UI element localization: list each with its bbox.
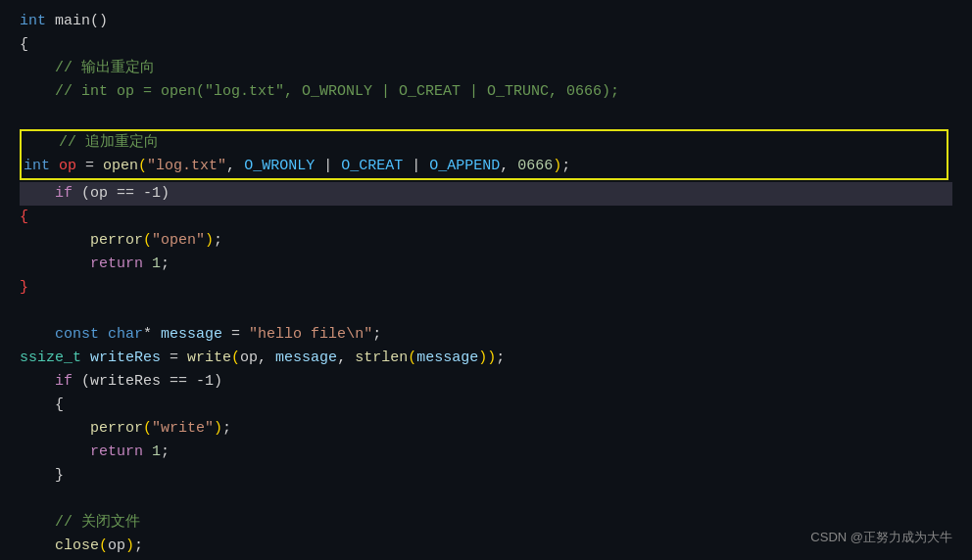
- code-line: int main(): [20, 10, 952, 33]
- code-line: return 1;: [20, 441, 952, 464]
- code-line: }: [20, 276, 952, 300]
- code-line: // 追加重定向: [22, 131, 947, 155]
- code-line: {: [20, 394, 952, 417]
- watermark: CSDN @正努力成为大牛: [810, 528, 952, 548]
- code-line: if (op == -1): [20, 182, 952, 206]
- code-block: int main() { // 输出重定向 // int op = open("…: [20, 10, 952, 560]
- code-line: {: [20, 206, 952, 229]
- code-line: perror("open");: [20, 229, 952, 253]
- code-editor: int main() { // 输出重定向 // int op = open("…: [0, 0, 972, 560]
- code-line: const char* message = "hello file\n";: [20, 323, 952, 347]
- code-line: return 1;: [20, 253, 952, 276]
- code-line: perror("write");: [20, 417, 952, 441]
- code-line: [20, 300, 952, 323]
- code-line: int op = open("log.txt", O_WRONLY | O_CR…: [22, 155, 947, 178]
- code-line: }: [20, 464, 952, 488]
- code-line: ssize_t writeRes = write(op, message, st…: [20, 347, 952, 370]
- code-line: {: [20, 33, 952, 57]
- code-line: [20, 488, 952, 511]
- code-line: if (writeRes == -1): [20, 370, 952, 394]
- code-line: [20, 104, 952, 127]
- code-line: // int op = open("log.txt", O_WRONLY | O…: [20, 80, 952, 104]
- highlighted-block: // 追加重定向 int op = open("log.txt", O_WRON…: [20, 129, 948, 180]
- code-line: // 输出重定向: [20, 57, 952, 80]
